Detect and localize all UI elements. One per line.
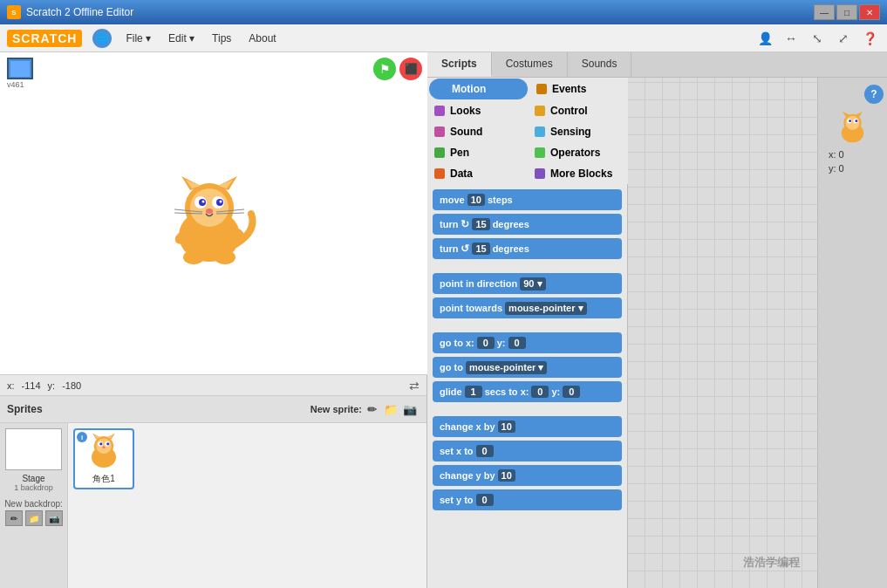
help-tool[interactable]: ❓ xyxy=(859,28,880,49)
svg-point-38 xyxy=(846,116,860,130)
svg-point-18 xyxy=(183,250,204,264)
editor-tabs: Scripts Costumes Sounds xyxy=(427,52,887,78)
svg-point-32 xyxy=(106,442,109,445)
scratch-logo: SCRATCH xyxy=(7,30,82,47)
block-turn-ccw[interactable]: turn ↺ 15 degrees xyxy=(433,238,622,259)
stage-thumb-image xyxy=(10,61,30,77)
tips-menu[interactable]: Tips xyxy=(205,30,238,47)
stage-mini-canvas[interactable] xyxy=(5,428,62,470)
paint-sprite-button[interactable]: ✏ xyxy=(362,400,381,419)
stage-canvas: v461 ⚑ ⬛ xyxy=(0,52,427,375)
block-move-steps[interactable]: move 10 steps xyxy=(433,189,622,210)
tab-costumes[interactable]: Costumes xyxy=(492,52,568,77)
svg-point-41 xyxy=(849,120,851,122)
svg-point-6 xyxy=(190,188,229,227)
stop-button[interactable]: ⬛ xyxy=(399,58,422,80)
block-change-y[interactable]: change y by 10 xyxy=(433,465,622,486)
category-control[interactable]: Control xyxy=(528,100,628,121)
upload-sprite-tool[interactable]: 👤 xyxy=(754,28,775,49)
block-set-x[interactable]: set x to 0 xyxy=(433,441,622,462)
script-inner xyxy=(628,78,817,588)
block-categories: Motion Events Looks xyxy=(427,78,628,184)
svg-point-19 xyxy=(215,250,235,264)
right-info-panel: ? x: 0 y: 0 xyxy=(817,78,887,588)
svg-point-28 xyxy=(96,438,112,454)
app-icon: S xyxy=(7,5,21,19)
blocks-palette: move 10 steps turn ↻ 15 degrees turn ↺ 1… xyxy=(427,184,627,588)
new-sprite-label: New sprite: xyxy=(310,404,362,414)
svg-point-42 xyxy=(855,120,857,122)
watermark: 浩浩学编程 xyxy=(743,555,800,571)
sprites-panel: Sprites New sprite: ✏ 📁 📷 Stage 1 backdr… xyxy=(0,396,426,588)
x-coord-value: -114 xyxy=(22,380,41,391)
x-coord-label: x: xyxy=(7,380,15,391)
stage-sublabel: 1 backdrop xyxy=(14,483,53,492)
shrink-tool[interactable]: ⤡ xyxy=(807,28,828,49)
edit-menu[interactable]: Edit ▾ xyxy=(161,30,201,47)
new-backdrop-label: New backdrop: xyxy=(4,499,63,509)
info-x-coord: x: 0 xyxy=(822,149,884,160)
stage-thumb-area: Stage 1 backdrop New backdrop: ✏ 📁 📷 xyxy=(0,423,68,588)
title-bar: S Scratch 2 Offline Editor — □ ✕ xyxy=(0,0,887,24)
menu-bar: SCRATCH 🌐 File ▾ Edit ▾ Tips About 👤 ↔ ⤡… xyxy=(0,24,887,52)
category-motion[interactable]: Motion xyxy=(429,79,528,99)
sprites-header: Sprites New sprite: ✏ 📁 📷 xyxy=(0,396,426,423)
paint-backdrop-button[interactable]: ✏ xyxy=(5,510,23,526)
svg-point-13 xyxy=(206,209,213,214)
block-go-to-xy[interactable]: go to x: 0 y: 0 xyxy=(433,332,622,353)
upload-from-file-button[interactable]: 📁 xyxy=(381,400,400,419)
title-bar-text: Scratch 2 Offline Editor xyxy=(26,6,809,18)
blocks-area: Motion Events Looks xyxy=(427,78,628,588)
language-button[interactable]: 🌐 xyxy=(92,29,112,48)
coordinate-bar: x: -114 y: -180 ⇄ xyxy=(0,375,426,396)
svg-point-33 xyxy=(102,447,105,448)
category-data[interactable]: Data xyxy=(427,163,528,184)
category-more-blocks[interactable]: More Blocks xyxy=(528,163,628,184)
block-point-direction[interactable]: point in direction 90 ▾ xyxy=(433,273,622,294)
tab-scripts[interactable]: Scripts xyxy=(427,52,492,77)
category-events[interactable]: Events xyxy=(529,78,628,100)
minimize-button[interactable]: — xyxy=(814,4,835,20)
camera-backdrop-button[interactable]: 📷 xyxy=(45,510,63,526)
block-glide[interactable]: glide 1 secs to x: 0 y: 0 xyxy=(433,381,622,402)
svg-point-11 xyxy=(202,201,205,203)
script-area[interactable]: 浩浩学编程 xyxy=(628,78,817,588)
version-label: v461 xyxy=(7,80,24,89)
maximize-button[interactable]: □ xyxy=(836,4,857,20)
file-menu[interactable]: File ▾ xyxy=(119,30,158,47)
category-sound[interactable]: Sound xyxy=(427,121,528,142)
sprite-item[interactable]: i xyxy=(73,428,134,489)
category-looks[interactable]: Looks xyxy=(427,100,528,121)
expand-button[interactable]: ⇄ xyxy=(409,379,420,393)
green-flag-button[interactable]: ⚑ xyxy=(373,58,396,80)
stage-area: v461 ⚑ ⬛ xyxy=(0,52,427,588)
camera-sprite-button[interactable]: 📷 xyxy=(400,400,420,419)
block-go-to-mouse[interactable]: go to mouse-pointer ▾ xyxy=(433,357,622,378)
toolbar-tools: 👤 ↔ ⤡ ⤢ ❓ xyxy=(754,28,880,49)
sprite-name: 角色1 xyxy=(92,473,115,485)
block-point-towards[interactable]: point towards mouse-pointer ▾ xyxy=(433,297,622,318)
help-button[interactable]: ? xyxy=(864,85,884,104)
block-help-tool[interactable]: ⤢ xyxy=(833,28,854,49)
sprites-list: i xyxy=(68,423,426,588)
sprite-badge: i xyxy=(77,432,87,442)
stage-thumbnail[interactable] xyxy=(7,58,33,79)
about-menu[interactable]: About xyxy=(242,30,283,47)
upload-backdrop-button[interactable]: 📁 xyxy=(25,510,43,526)
title-bar-buttons: — □ ✕ xyxy=(814,4,880,20)
y-coord-label: y: xyxy=(48,380,56,391)
cat-sprite xyxy=(157,174,262,270)
close-button[interactable]: ✕ xyxy=(859,4,880,20)
stage-label: Stage xyxy=(22,474,44,483)
block-set-y[interactable]: set y to 0 xyxy=(433,489,622,510)
category-pen[interactable]: Pen xyxy=(427,142,528,163)
stage-controls xyxy=(7,58,33,79)
tab-sounds[interactable]: Sounds xyxy=(568,52,632,77)
info-y-coord: y: 0 xyxy=(822,163,884,174)
grow-tool[interactable]: ↔ xyxy=(781,28,802,49)
sprites-content: Stage 1 backdrop New backdrop: ✏ 📁 📷 i xyxy=(0,423,426,588)
block-turn-cw[interactable]: turn ↻ 15 degrees xyxy=(433,214,622,235)
category-sensing[interactable]: Sensing xyxy=(528,121,628,142)
category-operators[interactable]: Operators xyxy=(528,142,628,163)
block-change-x[interactable]: change x by 10 xyxy=(433,416,622,437)
